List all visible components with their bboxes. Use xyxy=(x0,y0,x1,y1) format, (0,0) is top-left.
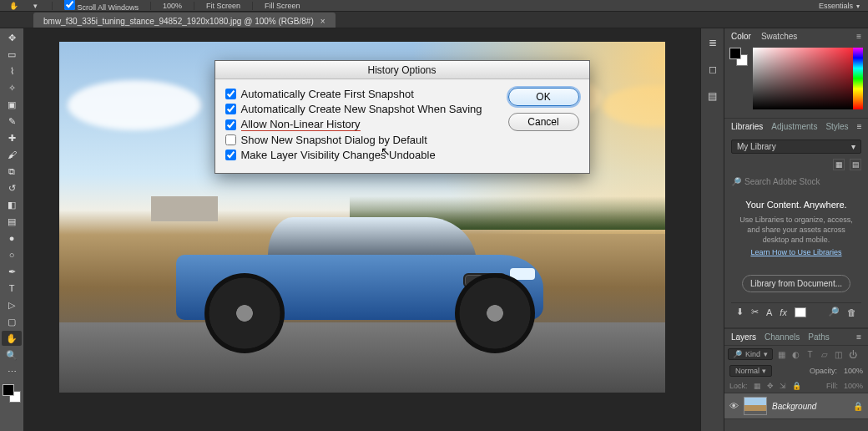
tool-brush[interactable]: 🖌 xyxy=(2,147,22,162)
libraries-panel-body: My Library▾ ▦ ▤ 🔎Search Adobe Stock Your… xyxy=(724,134,868,328)
layer-filter-kind[interactable]: 🔎Kind▾ xyxy=(728,348,773,360)
tool-crop[interactable]: ▣ xyxy=(2,97,22,112)
add-color-icon[interactable] xyxy=(795,307,806,317)
tab-color[interactable]: Color xyxy=(731,32,751,41)
tab-layers[interactable]: Layers xyxy=(731,332,756,342)
history-panel-icon[interactable]: ≣ xyxy=(705,35,720,50)
filter-toggle-icon[interactable]: ⏻ xyxy=(847,349,858,360)
list-view-icon[interactable]: ▦ xyxy=(833,159,845,170)
foreground-background-swatches[interactable] xyxy=(3,384,21,403)
option-auto-first-snapshot[interactable]: Automatically Create First Snapshot xyxy=(225,88,495,100)
workspace-switcher[interactable]: Essentials▾ xyxy=(819,2,860,10)
tool-path-select[interactable]: ▷ xyxy=(2,297,22,312)
search-stock-input[interactable]: 🔎Search Adobe Stock xyxy=(731,175,861,188)
delete-icon[interactable]: 🗑 xyxy=(847,307,856,317)
option-show-snapshot-dialog[interactable]: Show New Snapshot Dialog by Default xyxy=(225,134,495,146)
checkbox[interactable] xyxy=(225,134,236,145)
scroll-all-windows-option[interactable]: Scroll All Windows xyxy=(64,0,139,12)
tab-swatches[interactable]: Swatches xyxy=(761,32,797,41)
close-tab-icon[interactable]: × xyxy=(320,17,326,26)
tool-dodge[interactable]: ○ xyxy=(2,247,22,262)
filter-shape-icon[interactable]: ▱ xyxy=(819,349,830,360)
cancel-button[interactable]: Cancel xyxy=(508,113,579,131)
library-from-document-button[interactable]: Library from Document... xyxy=(742,275,850,292)
filter-adjust-icon[interactable]: ◐ xyxy=(790,349,801,360)
learn-libraries-link[interactable]: Learn How to Use Libraries xyxy=(750,248,841,256)
tool-stamp[interactable]: ⧉ xyxy=(2,164,22,179)
library-select[interactable]: My Library▾ xyxy=(731,139,861,154)
color-fgbg-swatches[interactable] xyxy=(729,48,748,66)
checkbox[interactable] xyxy=(225,119,236,130)
tool-hand[interactable]: ✋ xyxy=(2,331,22,346)
fit-screen-button[interactable]: Fit Screen xyxy=(206,2,240,10)
fill-value[interactable]: 100% xyxy=(844,382,863,390)
filter-pixel-icon[interactable]: ▦ xyxy=(776,349,787,360)
tool-pen[interactable]: ✒ xyxy=(2,264,22,279)
tool-gradient[interactable]: ▤ xyxy=(2,214,22,229)
layer-thumbnail[interactable] xyxy=(744,397,767,415)
lock-all-icon[interactable]: 🔒 xyxy=(792,382,801,390)
chevron-down-icon: ▾ xyxy=(764,350,768,358)
tab-channels[interactable]: Channels xyxy=(765,332,800,342)
document-tab[interactable]: bmw_f30_335i_tuning_stance_94852_1920x10… xyxy=(33,13,336,28)
lock-artboard-icon[interactable]: ⇲ xyxy=(780,382,786,390)
panel-menu-icon[interactable]: ≡ xyxy=(857,122,862,131)
document-canvas[interactable]: History Options Automatically Create Fir… xyxy=(59,42,665,393)
tool-history-brush[interactable]: ↺ xyxy=(2,180,22,195)
color-picker[interactable] xyxy=(753,48,863,116)
add-charstyle-icon[interactable]: ✂ xyxy=(751,307,759,317)
tool-marquee[interactable]: ▭ xyxy=(2,47,22,62)
visibility-toggle-icon[interactable]: 👁 xyxy=(729,401,739,411)
tool-healing[interactable]: ✚ xyxy=(2,130,22,145)
option-nonlinear-history[interactable]: Allow Non-Linear History xyxy=(225,118,495,131)
tool-move[interactable]: ✥ xyxy=(2,30,22,45)
scroll-all-checkbox[interactable] xyxy=(64,0,75,10)
grid-view-icon[interactable]: ▤ xyxy=(850,159,861,170)
tool-type[interactable]: T xyxy=(2,281,22,296)
tool-extra[interactable]: ⋯ xyxy=(2,364,22,379)
properties-panel-icon[interactable]: ◻ xyxy=(705,62,720,77)
checkbox[interactable] xyxy=(225,89,236,99)
layer-row-background[interactable]: 👁 Background 🔒 xyxy=(724,393,868,419)
tool-magic-wand[interactable]: ✧ xyxy=(2,80,22,95)
layer-name[interactable]: Background xyxy=(772,402,816,411)
tool-lasso[interactable]: ⌇ xyxy=(2,63,22,79)
tab-paths[interactable]: Paths xyxy=(808,332,830,342)
zoom-level-button[interactable]: 100% xyxy=(163,2,182,10)
tool-eyedropper[interactable]: ✎ xyxy=(2,114,22,129)
dialog-buttons: OK Cancel xyxy=(508,88,579,161)
option-layer-visibility-undo[interactable]: Make Layer Visibility Changes Undoable xyxy=(225,149,495,161)
fill-screen-button[interactable]: Fill Screen xyxy=(265,2,300,10)
foreground-color-swatch[interactable] xyxy=(3,384,14,396)
add-text-icon[interactable]: A xyxy=(766,307,772,317)
tool-zoom[interactable]: 🔍 xyxy=(2,347,22,363)
opacity-value[interactable]: 100% xyxy=(844,367,863,375)
canvas-area[interactable]: History Options Automatically Create Fir… xyxy=(23,28,700,431)
blend-mode-select[interactable]: Normal ▾ xyxy=(729,365,772,377)
filter-type-icon[interactable]: T xyxy=(805,349,815,360)
panel-menu-icon[interactable]: ≡ xyxy=(856,332,861,342)
checkbox[interactable] xyxy=(225,104,236,114)
panel-menu-icon[interactable]: ≡ xyxy=(856,32,861,41)
fg-swatch[interactable] xyxy=(729,48,741,59)
ok-button[interactable]: OK xyxy=(508,88,579,106)
tab-styles[interactable]: Styles xyxy=(825,122,848,131)
actions-panel-icon[interactable]: ▤ xyxy=(705,89,720,104)
lock-position-icon[interactable]: ✥ xyxy=(767,382,774,390)
add-layerstyle-icon[interactable]: fx xyxy=(780,307,787,317)
tool-shape[interactable]: ▢ xyxy=(2,314,22,329)
tab-adjustments[interactable]: Adjustments xyxy=(771,122,817,131)
tool-eraser[interactable]: ◧ xyxy=(2,197,22,212)
filter-smart-icon[interactable]: ◫ xyxy=(833,349,844,360)
hue-slider[interactable] xyxy=(853,48,863,109)
option-auto-snapshot-save[interactable]: Automatically Create New Snapshot When S… xyxy=(225,103,495,115)
options-dropdown-icon[interactable]: ▾ xyxy=(30,1,40,11)
libraries-search-icon[interactable]: 🔎 xyxy=(828,307,840,317)
main-area: ✥ ▭ ⌇ ✧ ▣ ✎ ✚ 🖌 ⧉ ↺ ◧ ▤ ● ○ ✒ T ▷ ▢ ✋ 🔍 … xyxy=(0,28,868,431)
tool-blur[interactable]: ● xyxy=(2,231,22,246)
saturation-value-field[interactable] xyxy=(753,48,861,109)
add-graphic-icon[interactable]: ⬇ xyxy=(736,307,744,317)
checkbox[interactable] xyxy=(225,150,236,160)
tab-libraries[interactable]: Libraries xyxy=(731,122,763,131)
lock-pixels-icon[interactable]: ▦ xyxy=(754,382,761,390)
